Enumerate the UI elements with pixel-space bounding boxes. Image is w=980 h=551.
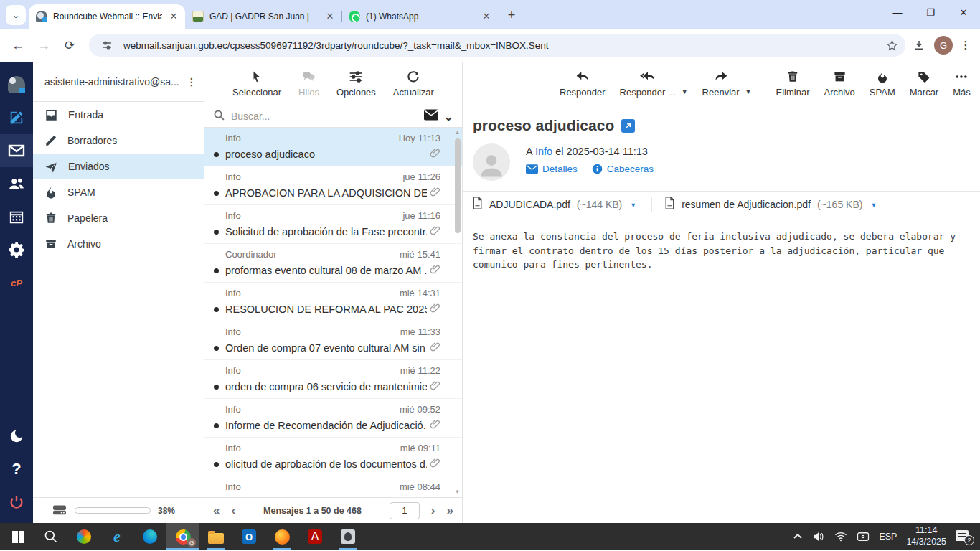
first-page-button[interactable]: «	[213, 504, 220, 517]
message-row[interactable]: Infomié 09:52 Informe de Recomendación d…	[204, 399, 462, 438]
tab-list-chevron-icon[interactable]: ⌄	[6, 5, 26, 25]
folder-borradores[interactable]: Borradores	[33, 128, 204, 154]
attachment-menu-caret-icon[interactable]: ▼	[870, 202, 877, 209]
cpanel-icon[interactable]: cP	[0, 266, 33, 299]
message-row[interactable]: Infomié 11:22 orden de compra 06 servici…	[204, 360, 462, 399]
message-row[interactable]: InfoHoy 11:13 proceso adjudicaco	[204, 128, 462, 166]
attachment-name[interactable]: ADJUDICADA.pdf	[489, 199, 570, 210]
unread-dot	[214, 230, 219, 235]
list-scrollbar[interactable]: ▲ ▼	[453, 128, 462, 497]
folder-papelera[interactable]: Papelera	[33, 205, 204, 231]
file-explorer-button[interactable]	[199, 523, 232, 550]
wifi-icon[interactable]	[834, 532, 847, 542]
cast-icon[interactable]	[857, 532, 870, 542]
notifications-button[interactable]: 2	[956, 529, 973, 544]
roundcube-logo-icon[interactable]	[0, 68, 33, 101]
details-link[interactable]: Detalles	[526, 164, 578, 174]
tab-gad[interactable]: GAD | GADPR San Juan | ✕	[185, 4, 341, 29]
attachment-name[interactable]: resumen de Adjudicacion.pdf	[682, 199, 811, 210]
page-number-input[interactable]	[390, 502, 420, 519]
reply-all-button[interactable]: Responder ...	[620, 69, 676, 98]
options-button[interactable]: Opciones	[336, 69, 376, 98]
reply-all-caret-icon[interactable]: ▼	[682, 88, 688, 95]
url-text[interactable]: webmail.sanjuan.gob.ec/cpsess5096971192/…	[123, 40, 882, 51]
spam-button[interactable]: SPAM	[870, 69, 895, 98]
last-page-button[interactable]: »	[447, 504, 453, 517]
search-scope-mail-icon[interactable]	[424, 109, 438, 123]
forward-button[interactable]: Reenviar	[702, 69, 740, 98]
next-page-button[interactable]: ›	[431, 504, 435, 517]
message-row[interactable]: Infomié 08:44	[204, 476, 462, 497]
prev-page-button[interactable]: ‹	[231, 504, 235, 517]
settings-gear-icon[interactable]	[0, 233, 33, 266]
browser-menu-icon[interactable]: ⋮	[958, 39, 973, 52]
new-tab-button[interactable]: +	[502, 6, 521, 24]
acrobat-button[interactable]: A	[298, 523, 331, 550]
attachment-menu-caret-icon[interactable]: ▼	[630, 202, 636, 209]
message-row[interactable]: Infomié 09:11 olicitud de aprobación de …	[204, 438, 462, 476]
close-button[interactable]: ✕	[947, 0, 980, 24]
contacts-icon[interactable]	[0, 167, 33, 200]
dark-mode-moon-icon[interactable]	[0, 420, 33, 453]
tray-expand-chevron-icon[interactable]	[793, 533, 803, 540]
restore-button[interactable]: ❐	[914, 0, 947, 24]
folder-enviados[interactable]: Enviados	[33, 154, 204, 179]
open-in-new-window-icon[interactable]	[621, 119, 635, 133]
search-input[interactable]	[231, 110, 418, 122]
recipient-link[interactable]: Info	[535, 146, 552, 157]
delete-button[interactable]: Eliminar	[776, 69, 810, 98]
scroll-down-icon[interactable]: ▼	[455, 489, 461, 496]
outlook-button[interactable]: O	[232, 523, 265, 550]
tab-whatsapp[interactable]: (1) WhatsApp ✕	[341, 4, 498, 29]
bookmark-star-icon[interactable]	[882, 36, 901, 55]
message-row[interactable]: Infomié 11:33 Orden de compra 07 evento …	[204, 321, 462, 360]
volume-icon[interactable]	[812, 531, 825, 542]
tab-close-icon[interactable]: ✕	[481, 11, 492, 22]
download-icon[interactable]	[910, 36, 928, 55]
site-settings-icon[interactable]	[98, 36, 116, 55]
select-button[interactable]: Seleccionar	[232, 69, 281, 98]
copilot-button[interactable]	[67, 523, 100, 550]
start-button[interactable]	[1, 523, 34, 550]
reply-button[interactable]: Responder	[560, 69, 606, 98]
forward-caret-icon[interactable]: ▼	[745, 88, 752, 95]
internet-explorer-button[interactable]: e	[100, 523, 133, 550]
taskbar-search-button[interactable]	[34, 523, 67, 550]
tab-close-icon[interactable]: ✕	[324, 11, 336, 22]
calendar-icon[interactable]	[0, 200, 33, 233]
compose-icon[interactable]	[0, 101, 33, 134]
refresh-button[interactable]: Actualizar	[393, 69, 434, 98]
message-row[interactable]: Infomié 14:31 RESOLUCION DE REFORMA AL P…	[204, 283, 462, 321]
folder-entrada[interactable]: Entrada	[33, 102, 204, 128]
scrollbar-thumb[interactable]	[455, 138, 461, 233]
message-row[interactable]: Coordinadormié 15:41 proformas evento cu…	[204, 244, 462, 283]
tab-close-icon[interactable]: ✕	[168, 11, 179, 22]
scroll-up-icon[interactable]: ▲	[455, 129, 461, 136]
help-icon[interactable]: ?	[0, 453, 33, 486]
message-row[interactable]: Infojue 11:26 APROBACION PARA LA ADQUISI…	[204, 166, 462, 205]
mail-icon[interactable]	[0, 134, 33, 167]
url-bar[interactable]: webmail.sanjuan.gob.ec/cpsess5096971192/…	[89, 34, 905, 57]
archive-button[interactable]: Archivo	[824, 69, 855, 98]
firefox-button[interactable]	[265, 523, 298, 550]
language-indicator[interactable]: ESP	[879, 532, 897, 542]
profile-avatar[interactable]: G	[934, 36, 953, 55]
logout-power-icon[interactable]	[0, 486, 33, 519]
more-button[interactable]: Más	[953, 69, 971, 98]
tab-roundcube[interactable]: Roundcube Webmail :: Enviados ✕	[29, 4, 185, 29]
java-app-button[interactable]	[331, 523, 364, 550]
back-icon[interactable]: ←	[7, 34, 29, 56]
message-row[interactable]: Infojue 11:16 Solicitud de aprobación de…	[204, 205, 462, 244]
pencil-icon	[44, 134, 57, 147]
mark-button[interactable]: Marcar	[910, 69, 938, 98]
edge-button[interactable]	[133, 523, 166, 550]
headers-link[interactable]: Cabeceras	[592, 164, 654, 174]
clock[interactable]: 11:14 14/3/2025	[906, 525, 946, 547]
folder-archivo[interactable]: Archivo	[33, 231, 204, 257]
account-menu-icon[interactable]: ⋮	[187, 76, 197, 88]
reload-icon[interactable]: ⟳	[59, 34, 80, 56]
minimize-button[interactable]: —	[881, 0, 914, 24]
chrome-button[interactable]: G	[166, 523, 199, 550]
folder-spam[interactable]: SPAM	[33, 179, 204, 205]
search-options-chevron-icon[interactable]: ⌄	[444, 110, 453, 123]
